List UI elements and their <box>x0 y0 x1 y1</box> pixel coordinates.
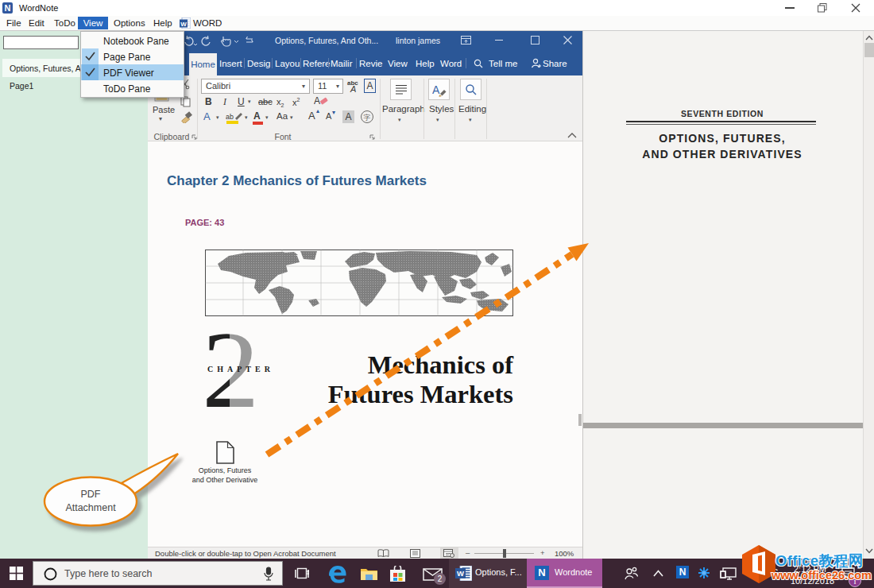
svg-text:W: W <box>457 569 464 578</box>
svg-text:Office教程网: Office教程网 <box>775 552 864 569</box>
svg-text:W: W <box>180 21 187 28</box>
svg-text:www.office26.com: www.office26.com <box>771 569 872 582</box>
svg-text:ab: ab <box>226 113 234 121</box>
svg-text:字: 字 <box>364 114 371 122</box>
svg-text:A: A <box>314 95 320 106</box>
svg-text:PDF: PDF <box>81 489 101 500</box>
svg-text:A: A <box>432 83 440 96</box>
svg-text:Attachment: Attachment <box>65 502 116 513</box>
